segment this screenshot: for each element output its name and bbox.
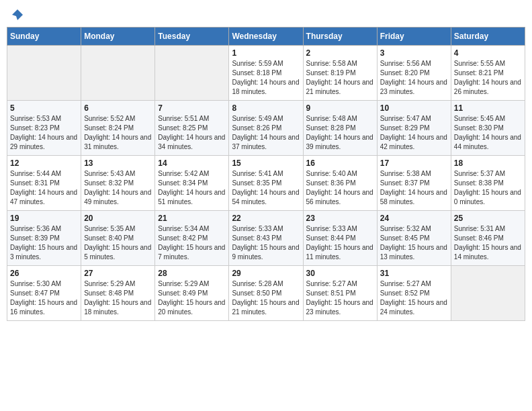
- cell-content: Sunrise: 5:52 AM Sunset: 8:24 PM Dayligh…: [84, 114, 152, 152]
- page-header: [7, 7, 525, 21]
- calendar-cell: 5Sunrise: 5:53 AM Sunset: 8:23 PM Daylig…: [7, 101, 81, 156]
- cell-content: Sunrise: 5:47 AM Sunset: 8:29 PM Dayligh…: [380, 114, 448, 152]
- calendar-cell: 6Sunrise: 5:52 AM Sunset: 8:24 PM Daylig…: [81, 101, 155, 156]
- cell-content: Sunrise: 5:56 AM Sunset: 8:20 PM Dayligh…: [380, 59, 448, 97]
- calendar-cell: 17Sunrise: 5:38 AM Sunset: 8:37 PM Dayli…: [377, 156, 451, 211]
- calendar-cell: 11Sunrise: 5:45 AM Sunset: 8:30 PM Dayli…: [451, 101, 525, 156]
- cell-content: Sunrise: 5:45 AM Sunset: 8:30 PM Dayligh…: [454, 114, 522, 152]
- day-number: 5: [10, 103, 78, 113]
- calendar-cell: 18Sunrise: 5:37 AM Sunset: 8:38 PM Dayli…: [451, 156, 525, 211]
- calendar-table: SundayMondayTuesdayWednesdayThursdayFrid…: [7, 27, 525, 321]
- day-header-tuesday: Tuesday: [155, 28, 229, 46]
- calendar-cell: 19Sunrise: 5:36 AM Sunset: 8:39 PM Dayli…: [7, 211, 81, 266]
- day-number: 12: [10, 158, 78, 168]
- cell-content: Sunrise: 5:59 AM Sunset: 8:18 PM Dayligh…: [232, 59, 300, 97]
- day-number: 30: [306, 269, 374, 278]
- cell-content: Sunrise: 5:35 AM Sunset: 8:40 PM Dayligh…: [84, 224, 152, 262]
- cell-content: Sunrise: 5:55 AM Sunset: 8:21 PM Dayligh…: [454, 59, 522, 97]
- cell-content: Sunrise: 5:36 AM Sunset: 8:39 PM Dayligh…: [10, 224, 78, 262]
- svg-marker-0: [12, 9, 23, 20]
- day-header-friday: Friday: [377, 28, 451, 46]
- day-number: 6: [84, 103, 152, 113]
- day-number: 4: [454, 48, 522, 58]
- day-number: 18: [454, 158, 522, 168]
- day-number: 15: [232, 158, 300, 168]
- cell-content: Sunrise: 5:31 AM Sunset: 8:46 PM Dayligh…: [454, 224, 522, 262]
- day-header-monday: Monday: [81, 28, 155, 46]
- calendar-cell: 23Sunrise: 5:33 AM Sunset: 8:44 PM Dayli…: [303, 211, 377, 266]
- calendar-cell: 9Sunrise: 5:48 AM Sunset: 8:28 PM Daylig…: [303, 101, 377, 156]
- day-number: 16: [306, 158, 374, 168]
- day-number: 31: [380, 269, 448, 278]
- week-row-3: 12Sunrise: 5:44 AM Sunset: 8:31 PM Dayli…: [7, 156, 525, 211]
- week-row-4: 19Sunrise: 5:36 AM Sunset: 8:39 PM Dayli…: [7, 211, 525, 266]
- cell-content: Sunrise: 5:33 AM Sunset: 8:44 PM Dayligh…: [306, 224, 374, 262]
- day-number: 20: [84, 214, 152, 223]
- day-number: 9: [306, 103, 374, 113]
- day-number: 8: [232, 103, 300, 113]
- day-number: 11: [454, 103, 522, 113]
- cell-content: Sunrise: 5:41 AM Sunset: 8:35 PM Dayligh…: [232, 169, 300, 207]
- calendar-cell: 25Sunrise: 5:31 AM Sunset: 8:46 PM Dayli…: [451, 211, 525, 266]
- calendar-cell: 30Sunrise: 5:27 AM Sunset: 8:51 PM Dayli…: [303, 266, 377, 321]
- calendar-cell: [81, 46, 155, 101]
- calendar-header: SundayMondayTuesdayWednesdayThursdayFrid…: [7, 28, 525, 46]
- cell-content: Sunrise: 5:43 AM Sunset: 8:32 PM Dayligh…: [84, 169, 152, 207]
- cell-content: Sunrise: 5:34 AM Sunset: 8:42 PM Dayligh…: [158, 224, 226, 262]
- day-number: 14: [158, 158, 226, 168]
- cell-content: Sunrise: 5:42 AM Sunset: 8:34 PM Dayligh…: [158, 169, 226, 207]
- calendar-cell: 3Sunrise: 5:56 AM Sunset: 8:20 PM Daylig…: [377, 46, 451, 101]
- day-number: 1: [232, 48, 300, 58]
- calendar-cell: 24Sunrise: 5:32 AM Sunset: 8:45 PM Dayli…: [377, 211, 451, 266]
- cell-content: Sunrise: 5:28 AM Sunset: 8:50 PM Dayligh…: [232, 279, 300, 317]
- day-header-saturday: Saturday: [451, 28, 525, 46]
- day-number: 28: [158, 269, 226, 278]
- calendar-cell: 8Sunrise: 5:49 AM Sunset: 8:26 PM Daylig…: [229, 101, 303, 156]
- logo: [9, 7, 24, 21]
- day-number: 21: [158, 214, 226, 223]
- calendar-cell: 4Sunrise: 5:55 AM Sunset: 8:21 PM Daylig…: [451, 46, 525, 101]
- calendar-cell: 22Sunrise: 5:33 AM Sunset: 8:43 PM Dayli…: [229, 211, 303, 266]
- cell-content: Sunrise: 5:48 AM Sunset: 8:28 PM Dayligh…: [306, 114, 374, 152]
- calendar-cell: 31Sunrise: 5:27 AM Sunset: 8:52 PM Dayli…: [377, 266, 451, 321]
- cell-content: Sunrise: 5:53 AM Sunset: 8:23 PM Dayligh…: [10, 114, 78, 152]
- week-row-5: 26Sunrise: 5:30 AM Sunset: 8:47 PM Dayli…: [7, 266, 525, 321]
- calendar-body: 1Sunrise: 5:59 AM Sunset: 8:18 PM Daylig…: [7, 46, 525, 321]
- day-number: 26: [10, 269, 78, 278]
- day-number: 24: [380, 214, 448, 223]
- cell-content: Sunrise: 5:37 AM Sunset: 8:38 PM Dayligh…: [454, 169, 522, 207]
- cell-content: Sunrise: 5:29 AM Sunset: 8:49 PM Dayligh…: [158, 279, 226, 317]
- day-header-wednesday: Wednesday: [229, 28, 303, 46]
- calendar-cell: 29Sunrise: 5:28 AM Sunset: 8:50 PM Dayli…: [229, 266, 303, 321]
- cell-content: Sunrise: 5:58 AM Sunset: 8:19 PM Dayligh…: [306, 59, 374, 97]
- cell-content: Sunrise: 5:40 AM Sunset: 8:36 PM Dayligh…: [306, 169, 374, 207]
- week-row-2: 5Sunrise: 5:53 AM Sunset: 8:23 PM Daylig…: [7, 101, 525, 156]
- day-number: 27: [84, 269, 152, 278]
- day-number: 23: [306, 214, 374, 223]
- cell-content: Sunrise: 5:33 AM Sunset: 8:43 PM Dayligh…: [232, 224, 300, 262]
- calendar-cell: 7Sunrise: 5:51 AM Sunset: 8:25 PM Daylig…: [155, 101, 229, 156]
- header-row: SundayMondayTuesdayWednesdayThursdayFrid…: [7, 28, 525, 46]
- day-number: 2: [306, 48, 374, 58]
- day-number: 22: [232, 214, 300, 223]
- day-number: 13: [84, 158, 152, 168]
- day-number: 17: [380, 158, 448, 168]
- calendar-cell: 12Sunrise: 5:44 AM Sunset: 8:31 PM Dayli…: [7, 156, 81, 211]
- day-number: 29: [232, 269, 300, 278]
- calendar-cell: 10Sunrise: 5:47 AM Sunset: 8:29 PM Dayli…: [377, 101, 451, 156]
- day-header-sunday: Sunday: [7, 28, 81, 46]
- calendar-cell: 14Sunrise: 5:42 AM Sunset: 8:34 PM Dayli…: [155, 156, 229, 211]
- calendar-cell: 21Sunrise: 5:34 AM Sunset: 8:42 PM Dayli…: [155, 211, 229, 266]
- calendar-cell: 13Sunrise: 5:43 AM Sunset: 8:32 PM Dayli…: [81, 156, 155, 211]
- day-header-thursday: Thursday: [303, 28, 377, 46]
- calendar-cell: 26Sunrise: 5:30 AM Sunset: 8:47 PM Dayli…: [7, 266, 81, 321]
- calendar-cell: 2Sunrise: 5:58 AM Sunset: 8:19 PM Daylig…: [303, 46, 377, 101]
- calendar-cell: 28Sunrise: 5:29 AM Sunset: 8:49 PM Dayli…: [155, 266, 229, 321]
- cell-content: Sunrise: 5:44 AM Sunset: 8:31 PM Dayligh…: [10, 169, 78, 207]
- calendar-cell: 1Sunrise: 5:59 AM Sunset: 8:18 PM Daylig…: [229, 46, 303, 101]
- calendar-cell: 20Sunrise: 5:35 AM Sunset: 8:40 PM Dayli…: [81, 211, 155, 266]
- logo-icon: [11, 8, 24, 21]
- day-number: 10: [380, 103, 448, 113]
- calendar-cell: [7, 46, 81, 101]
- cell-content: Sunrise: 5:27 AM Sunset: 8:52 PM Dayligh…: [380, 279, 448, 317]
